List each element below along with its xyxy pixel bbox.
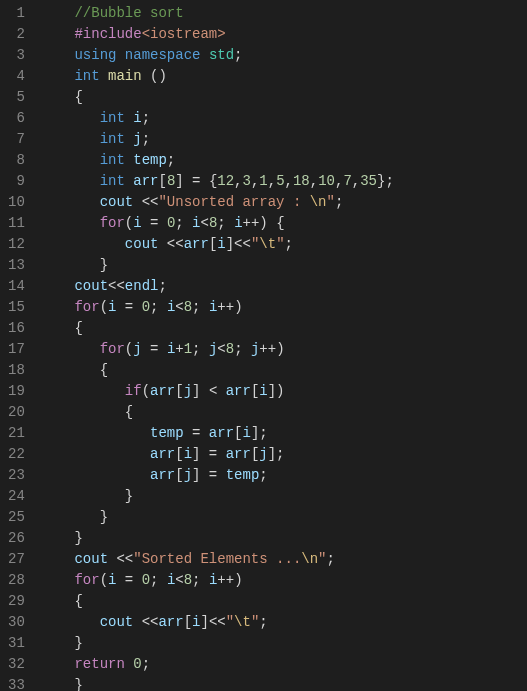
code-token — [41, 5, 75, 21]
code-token: for — [74, 572, 99, 588]
line-number: 30 — [8, 612, 25, 633]
code-token: temp — [133, 152, 167, 168]
code-line[interactable]: cout <<arr[i]<<"\t"; — [41, 234, 394, 255]
code-line[interactable]: int main () — [41, 66, 394, 87]
code-token: i — [234, 215, 242, 231]
code-token: () — [150, 68, 167, 84]
code-token: i — [217, 236, 225, 252]
code-line[interactable]: { — [41, 402, 394, 423]
code-token — [41, 215, 100, 231]
line-number: 16 — [8, 318, 25, 339]
code-token — [41, 530, 75, 546]
line-number: 10 — [8, 192, 25, 213]
code-line[interactable]: } — [41, 528, 394, 549]
line-number: 3 — [8, 45, 25, 66]
code-line[interactable]: } — [41, 633, 394, 654]
code-token: namespace — [125, 47, 201, 63]
code-line[interactable]: temp = arr[i]; — [41, 423, 394, 444]
code-line[interactable]: { — [41, 87, 394, 108]
code-token: cout — [125, 236, 159, 252]
code-token: } — [74, 677, 82, 691]
line-number: 22 — [8, 444, 25, 465]
code-token: [ — [184, 614, 192, 630]
code-token: arr — [150, 446, 175, 462]
code-token: ; — [234, 341, 251, 357]
code-line[interactable]: cout <<arr[i]<<"\t"; — [41, 612, 394, 633]
line-number: 33 — [8, 675, 25, 691]
code-line[interactable]: //Bubble sort — [41, 3, 394, 24]
code-token: 0 — [142, 572, 150, 588]
code-token: ] < — [192, 383, 226, 399]
code-line[interactable]: using namespace std; — [41, 45, 394, 66]
code-token: = — [142, 215, 167, 231]
code-line[interactable]: int temp; — [41, 150, 394, 171]
code-token: " — [276, 236, 284, 252]
code-line[interactable]: { — [41, 591, 394, 612]
line-number: 29 — [8, 591, 25, 612]
code-token: cout — [74, 278, 108, 294]
code-token: using — [74, 47, 116, 63]
code-token: i — [133, 110, 141, 126]
code-line[interactable]: cout <<"Sorted Elements ...\n"; — [41, 549, 394, 570]
code-line[interactable]: } — [41, 486, 394, 507]
code-token: ++) — [259, 341, 284, 357]
code-token: arr — [158, 614, 183, 630]
code-token: = { — [184, 173, 218, 189]
code-line[interactable]: int arr[8] = {12,3,1,5,18,10,7,35}; — [41, 171, 394, 192]
code-token: << — [108, 278, 125, 294]
code-token — [41, 68, 75, 84]
line-number: 32 — [8, 654, 25, 675]
code-token: 12 — [217, 173, 234, 189]
code-token: \t — [259, 236, 276, 252]
code-token: #include — [74, 26, 141, 42]
code-line[interactable]: int i; — [41, 108, 394, 129]
code-line[interactable]: } — [41, 255, 394, 276]
code-line[interactable]: return 0; — [41, 654, 394, 675]
code-line[interactable]: if(arr[j] < arr[i]) — [41, 381, 394, 402]
code-line[interactable]: for(j = i+1; j<8; j++) — [41, 339, 394, 360]
code-token: \n — [310, 194, 327, 210]
code-token — [41, 341, 100, 357]
code-token: " — [318, 551, 326, 567]
code-token — [41, 257, 100, 273]
line-number: 1 — [8, 3, 25, 24]
line-number: 31 — [8, 633, 25, 654]
line-number: 11 — [8, 213, 25, 234]
code-token: arr — [226, 383, 251, 399]
code-token: ; — [259, 614, 267, 630]
code-token: ++) { — [243, 215, 285, 231]
code-token — [41, 278, 75, 294]
code-line[interactable]: arr[i] = arr[j]; — [41, 444, 394, 465]
code-token: ( — [125, 341, 133, 357]
code-token — [100, 68, 108, 84]
code-token: \t — [234, 614, 251, 630]
code-line[interactable]: } — [41, 675, 394, 691]
code-line[interactable]: for(i = 0; i<8; i++) — [41, 570, 394, 591]
code-line[interactable]: arr[j] = temp; — [41, 465, 394, 486]
code-line[interactable]: { — [41, 360, 394, 381]
code-line[interactable]: #include<iostream> — [41, 24, 394, 45]
code-line[interactable]: { — [41, 318, 394, 339]
code-token: 8 — [184, 572, 192, 588]
code-line[interactable]: int j; — [41, 129, 394, 150]
code-line[interactable]: cout<<endl; — [41, 276, 394, 297]
code-token — [41, 47, 75, 63]
code-token: j — [133, 341, 141, 357]
code-line[interactable]: } — [41, 507, 394, 528]
line-number: 17 — [8, 339, 25, 360]
code-token: ; — [167, 152, 175, 168]
code-token: 8 — [184, 299, 192, 315]
code-token: i — [259, 383, 267, 399]
line-number: 18 — [8, 360, 25, 381]
code-token: ]<< — [200, 614, 225, 630]
line-number: 12 — [8, 234, 25, 255]
code-token — [41, 173, 100, 189]
code-line[interactable]: for(i = 0; i<8; i++) — [41, 297, 394, 318]
code-line[interactable]: for(i = 0; i<8; i++) { — [41, 213, 394, 234]
code-token — [125, 173, 133, 189]
code-editor[interactable]: 1234567891011121314151617181920212223242… — [0, 0, 527, 691]
code-line[interactable]: cout <<"Unsorted array : \n"; — [41, 192, 394, 213]
code-content[interactable]: //Bubble sort #include<iostream> using n… — [37, 0, 394, 691]
code-token — [41, 89, 75, 105]
code-token: " — [226, 614, 234, 630]
